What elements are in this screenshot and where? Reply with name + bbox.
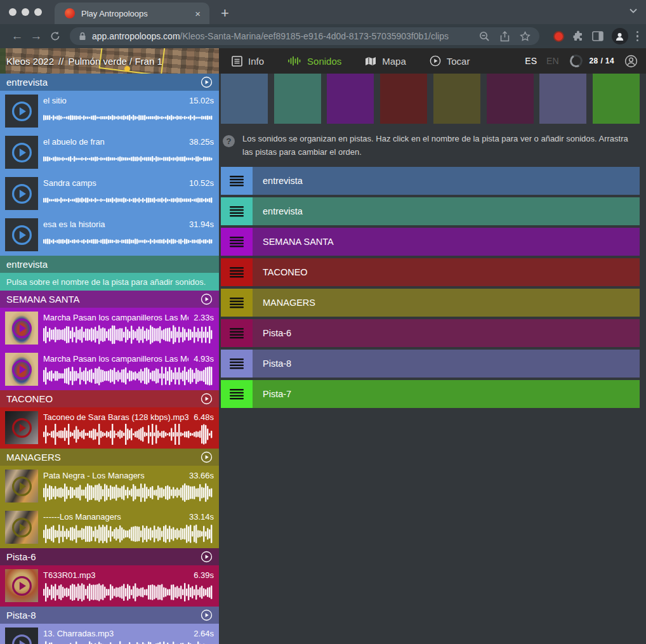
browser-profile-avatar[interactable] xyxy=(612,28,628,44)
recording-extension-icon[interactable] xyxy=(553,31,564,42)
drag-handle-icon[interactable] xyxy=(221,319,253,347)
address-bar[interactable]: app.antropoloops.com/Kleos-Santa-Marina/… xyxy=(70,27,539,45)
account-icon[interactable] xyxy=(624,55,638,68)
nav-tocar[interactable]: Tocar xyxy=(430,55,470,67)
clip-row[interactable]: Taconeo de Sara Baras (128 kbps).mp36.48… xyxy=(0,407,219,449)
clip-play-thumbnail[interactable] xyxy=(5,411,38,444)
track-row[interactable]: entrevista xyxy=(221,197,640,225)
tracks-hint: ? Los sonidos se organizan en pistas. Ha… xyxy=(221,132,640,159)
track-row-label[interactable]: entrevista xyxy=(253,197,640,225)
play-circle-icon xyxy=(430,55,441,67)
clip-row[interactable]: el sitio15.02s xyxy=(0,91,219,132)
lang-en-button[interactable]: EN xyxy=(546,56,558,66)
clip-play-thumbnail[interactable] xyxy=(5,95,38,128)
window-minimize-button[interactable] xyxy=(22,8,29,16)
reload-icon[interactable] xyxy=(46,31,65,41)
extensions-puzzle-icon[interactable] xyxy=(572,30,584,42)
clip-title: el sitio xyxy=(43,95,184,106)
side-panel-icon[interactable] xyxy=(592,31,603,41)
track-row-label[interactable]: MANAGERS xyxy=(253,289,640,317)
track-row[interactable]: Pista-6 xyxy=(221,319,640,347)
clip-play-thumbnail[interactable] xyxy=(5,353,38,386)
play-track-icon[interactable] xyxy=(201,551,213,563)
drag-handle-icon[interactable] xyxy=(221,228,253,256)
clip-row[interactable]: esa es la historia31.94s xyxy=(0,214,219,256)
clip-play-thumbnail[interactable] xyxy=(5,312,38,345)
track-row[interactable]: Pista-8 xyxy=(221,350,640,378)
clip-play-thumbnail[interactable] xyxy=(5,218,38,251)
clip-row[interactable]: el abuelo de fran38.25s xyxy=(0,132,219,173)
track-row[interactable]: Pista-7 xyxy=(221,380,640,408)
play-track-icon[interactable] xyxy=(201,293,213,305)
track-header[interactable]: TACONEO xyxy=(0,390,219,407)
pattern-swatch[interactable] xyxy=(380,74,427,124)
bookmark-star-icon[interactable] xyxy=(520,31,531,42)
track-row[interactable]: entrevista xyxy=(221,167,640,195)
tab-search-chevron-icon[interactable] xyxy=(630,8,637,13)
clip-row[interactable]: Marcha Pasan los campanilleros Las Mejor… xyxy=(0,308,219,349)
track-row-label[interactable]: Pista-8 xyxy=(253,350,640,378)
drag-handle-icon[interactable] xyxy=(221,289,253,317)
track-row-label[interactable]: Pista-7 xyxy=(253,380,640,408)
project-banner[interactable]: Kleos 2022 // Pulmón verde / Fran 1 xyxy=(0,48,219,74)
track-header[interactable]: Pista-6 xyxy=(0,548,219,565)
clip-row[interactable]: ------Los Mananagers33.14s xyxy=(0,507,219,548)
clip-play-thumbnail[interactable] xyxy=(5,136,38,169)
clip-play-thumbnail[interactable] xyxy=(5,177,38,210)
track-row-label[interactable]: TACONEO xyxy=(253,258,640,286)
track-row[interactable]: SEMANA SANTA xyxy=(221,228,640,256)
play-track-icon[interactable] xyxy=(201,76,213,88)
nav-info[interactable]: Info xyxy=(232,56,264,67)
track-header[interactable]: Pista-8 xyxy=(0,607,219,624)
tab-close-icon[interactable]: × xyxy=(192,8,203,19)
drag-handle-icon[interactable] xyxy=(221,350,253,378)
nav-mapa[interactable]: Mapa xyxy=(365,56,406,67)
nav-sonidos[interactable]: Sonidos xyxy=(287,56,341,67)
clip-row[interactable]: Sandra camps10.52s xyxy=(0,173,219,214)
play-track-icon[interactable] xyxy=(201,609,213,621)
new-tab-button[interactable]: + xyxy=(221,6,229,20)
window-zoom-button[interactable] xyxy=(34,8,42,16)
drag-handle-icon[interactable] xyxy=(221,197,253,225)
drag-handle-icon[interactable] xyxy=(221,167,253,195)
play-track-icon[interactable] xyxy=(201,393,213,405)
clip-row[interactable]: Pata Negra - Los Managers33.66s xyxy=(0,466,219,507)
track-header[interactable]: MANAGERS xyxy=(0,449,219,466)
pattern-swatch[interactable] xyxy=(487,74,534,124)
track-row-label[interactable]: SEMANA SANTA xyxy=(253,228,640,256)
clip-row[interactable]: Marcha Pasan los campanilleros Las Mejor… xyxy=(0,349,219,390)
track-header[interactable]: SEMANA SANTA xyxy=(0,291,219,308)
track-row-label[interactable]: entrevista xyxy=(253,167,640,195)
pattern-swatch[interactable] xyxy=(539,74,586,124)
pattern-swatch[interactable] xyxy=(433,74,480,124)
lang-es-button[interactable]: ES xyxy=(525,56,537,66)
clip-row[interactable]: 13. Charradas.mp32.64s xyxy=(0,624,219,644)
drag-handle-icon[interactable] xyxy=(221,258,253,286)
clip-play-thumbnail[interactable] xyxy=(5,569,38,602)
track-row[interactable]: MANAGERS xyxy=(221,289,640,317)
clip-play-thumbnail[interactable] xyxy=(5,628,38,644)
share-icon[interactable] xyxy=(500,31,510,42)
play-track-icon[interactable] xyxy=(201,451,213,463)
track-header[interactable]: entrevista xyxy=(0,74,219,91)
pattern-swatch[interactable] xyxy=(274,74,321,124)
pattern-swatch[interactable] xyxy=(327,74,374,124)
track-section-entrevista-1: entrevista el sitio15.02s el abuelo de f… xyxy=(0,74,219,256)
clip-play-thumbnail[interactable] xyxy=(5,470,38,503)
browser-menu-icon[interactable] xyxy=(636,31,639,42)
back-icon[interactable]: ← xyxy=(8,29,27,43)
clip-play-thumbnail[interactable] xyxy=(5,511,38,544)
drag-handle-icon[interactable] xyxy=(221,380,253,408)
track-row-label[interactable]: Pista-6 xyxy=(253,319,640,347)
forward-icon[interactable]: → xyxy=(27,29,46,43)
zoom-out-icon[interactable] xyxy=(479,31,490,42)
window-close-button[interactable] xyxy=(9,8,16,16)
clip-duration: 2.64s xyxy=(194,628,214,639)
pattern-swatch[interactable] xyxy=(221,74,268,124)
track-row[interactable]: TACONEO xyxy=(221,258,640,286)
url-domain: app.antropoloops.com xyxy=(92,31,180,41)
track-header[interactable]: entrevista xyxy=(0,256,219,273)
pattern-swatch[interactable] xyxy=(593,74,640,124)
clip-row[interactable]: T633R01.mp36.39s xyxy=(0,565,219,607)
browser-tab[interactable]: Play Antropoloops × xyxy=(55,3,209,24)
